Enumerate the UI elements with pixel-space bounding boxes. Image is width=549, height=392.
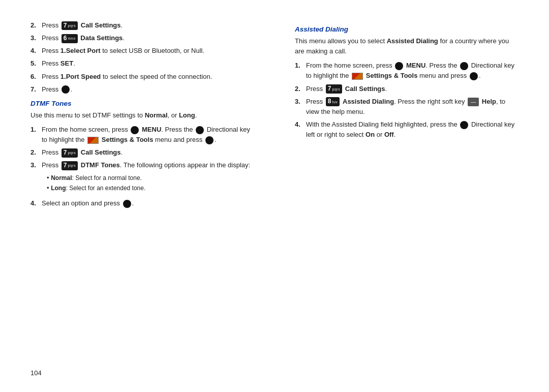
list-content: Press 7pqrs Call Settings. [42, 20, 254, 31]
list-item: 3. Press 8tuv Assisted Dialing. Press th… [295, 97, 518, 117]
list-item: 2. Press 7pqrs Call Settings. [30, 20, 254, 31]
list-item: 7. Press . [30, 84, 254, 95]
bullet-normal: Normal: Select for a normal tone. [47, 173, 254, 184]
list-content: Press . [42, 84, 254, 95]
list-item: 1. From the home screen, press MENU. Pre… [30, 125, 254, 145]
list-num: 1. [295, 61, 306, 71]
dtmf-bullets: Normal: Select for a normal tone. Long: … [47, 173, 254, 194]
dtmf-list: 1. From the home screen, press MENU. Pre… [30, 125, 254, 208]
list-num: 2. [30, 147, 42, 158]
list-item: 3. Press 6mno Data Settings. [30, 33, 254, 43]
list-item: 2. Press 7pqrs Call Settings. [295, 84, 518, 94]
circle-button-icon [395, 62, 403, 70]
list-num: 4. [30, 46, 42, 56]
key-7pqrs: 7pqrs [62, 148, 78, 158]
circle-button-icon [62, 85, 70, 94]
dtmf-intro: Use this menu to set DTMF settings to No… [30, 110, 254, 120]
list-num: 3. [30, 33, 42, 43]
list-item: 1. From the home screen, press MENU. Pre… [295, 61, 518, 81]
list-num: 4. [30, 198, 42, 208]
circle-button-icon [470, 72, 478, 80]
list-content: Press SET. [42, 58, 254, 69]
page-number: 104 [30, 364, 518, 377]
list-item: 5. Press SET. [30, 58, 254, 69]
key-7pqrs: 7pqrs [326, 84, 342, 94]
list-content: Press 7pqrs Call Settings. [42, 147, 254, 158]
page: 2. Press 7pqrs Call Settings. 3. Press 6… [0, 0, 549, 392]
settings-tools-icon [352, 73, 363, 80]
list-num: 3. [30, 160, 42, 170]
list-item: 2. Press 7pqrs Call Settings. [30, 147, 254, 158]
list-num: 3. [295, 97, 306, 107]
top-list: 2. Press 7pqrs Call Settings. 3. Press 6… [30, 20, 254, 95]
key-7pqrs: 7pqrs [62, 21, 78, 31]
circle-button-icon [131, 126, 139, 134]
list-item: 4. With the Assisted Dialing field highl… [295, 119, 518, 140]
list-num: 6. [30, 72, 42, 82]
list-item: 3. Press 7pqrs DTMF Tones. The following… [30, 160, 254, 196]
list-content: Press 1.Select Port to select USB or Blu… [42, 46, 254, 56]
key-7pqrs-dtmf: 7pqrs [62, 161, 78, 170]
circle-button-icon [460, 62, 468, 70]
circle-button-icon [196, 126, 204, 134]
settings-tools-icon [87, 137, 99, 144]
circle-button-icon [123, 200, 131, 208]
circle-button-icon [460, 121, 468, 129]
list-content: Press 6mno Data Settings. [42, 33, 254, 43]
list-item: 6. Press 1.Port Speed to select the spee… [30, 72, 254, 82]
list-content: Select an option and press . [42, 198, 254, 208]
list-content: From the home screen, press MENU. Press … [306, 61, 518, 81]
list-num: 4. [295, 119, 306, 130]
list-num: 5. [30, 58, 42, 69]
left-column: 2. Press 7pqrs Call Settings. 3. Press 6… [30, 20, 264, 364]
assisted-dialing-intro: This menu allows you to select Assisted … [295, 36, 518, 56]
list-content: From the home screen, press MENU. Press … [42, 125, 254, 145]
list-num: 1. [30, 125, 42, 135]
list-content: Press 1.Port Speed to select the speed o… [42, 72, 254, 82]
list-item: 4. Press 1.Select Port to select USB or … [30, 46, 254, 56]
list-content: Press 7pqrs Call Settings. [306, 84, 518, 94]
list-content: Press 7pqrs DTMF Tones. The following op… [42, 160, 254, 196]
list-num: 7. [30, 84, 42, 95]
columns: 2. Press 7pqrs Call Settings. 3. Press 6… [30, 20, 518, 364]
list-item: 4. Select an option and press . [30, 198, 254, 208]
key-8tuv: 8tuv [326, 97, 340, 106]
assisted-dialing-list: 1. From the home screen, press MENU. Pre… [295, 61, 518, 140]
list-content: With the Assisted Dialing field highligh… [306, 119, 518, 140]
bullet-long: Long: Select for an extended tone. [47, 183, 254, 194]
dtmf-tones-title: DTMF Tones [30, 100, 254, 107]
list-num: 2. [30, 20, 42, 31]
circle-button-icon [205, 136, 214, 144]
help-bar-icon: — [468, 98, 479, 107]
list-content: Press 8tuv Assisted Dialing. Press the r… [306, 97, 518, 117]
right-column: Assisted Dialing This menu allows you to… [285, 20, 518, 364]
key-6mno: 6mno [62, 34, 78, 43]
assisted-dialing-title: Assisted Dialing [295, 25, 518, 33]
list-num: 2. [295, 84, 306, 94]
